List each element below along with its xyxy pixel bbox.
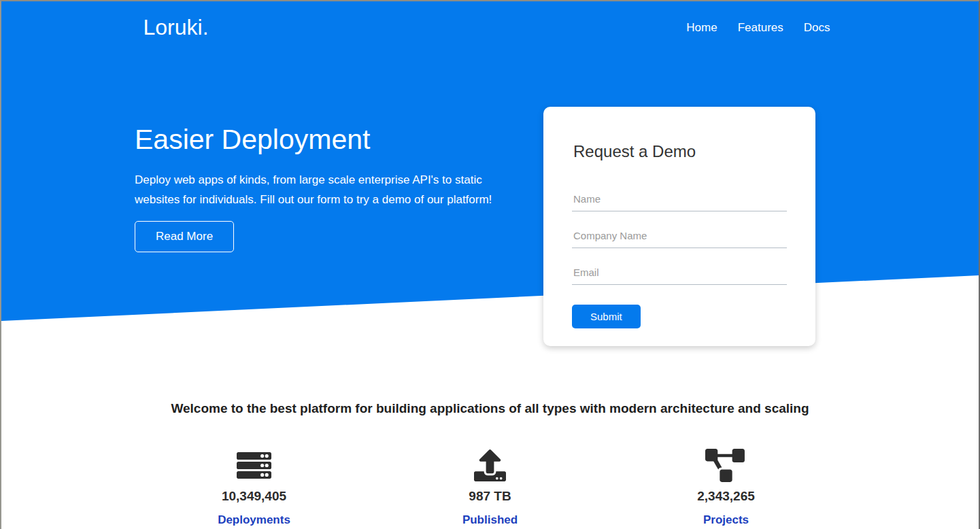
page: Loruki. Home Features Docs Easier Deploy… xyxy=(0,0,980,529)
stat-value: 10,349,405 xyxy=(136,489,372,504)
stat-value: 2,343,265 xyxy=(608,489,844,504)
nav-link-features[interactable]: Features xyxy=(731,16,790,40)
name-field-wrapper xyxy=(572,191,787,211)
hero-section: Easier Deployment Deploy web apps of kin… xyxy=(1,54,979,275)
navbar: Loruki. Home Features Docs xyxy=(1,1,979,54)
read-more-button[interactable]: Read More xyxy=(135,221,234,252)
nav-link-docs[interactable]: Docs xyxy=(797,16,837,40)
name-input[interactable] xyxy=(572,191,787,211)
project-diagram-icon xyxy=(608,448,844,482)
hero-text: Easier Deployment Deploy web apps of kin… xyxy=(135,124,526,252)
stat-label: Deployments xyxy=(136,513,372,527)
email-field-wrapper xyxy=(572,264,787,285)
nav-link-home[interactable]: Home xyxy=(679,16,724,40)
stat-published: 987 TB Published xyxy=(372,448,608,527)
stats-heading: Welcome to the best platform for buildin… xyxy=(1,401,979,416)
hero-description: Deploy web apps of kinds, from large sca… xyxy=(135,170,526,209)
hero-title: Easier Deployment xyxy=(135,124,526,155)
stats-section: Welcome to the best platform for buildin… xyxy=(1,321,979,527)
stat-value: 987 TB xyxy=(372,489,608,504)
demo-form-title: Request a Demo xyxy=(573,142,787,161)
stat-deployments: 10,349,405 Deployments xyxy=(136,448,372,527)
stats-grid: 10,349,405 Deployments 987 TB Published xyxy=(1,448,979,527)
email-input[interactable] xyxy=(572,264,787,285)
stat-label: Projects xyxy=(608,513,844,527)
stat-label: Published xyxy=(372,513,608,527)
demo-form-card: Request a Demo Submit xyxy=(543,107,815,346)
server-icon xyxy=(136,448,372,482)
logo: Loruki. xyxy=(143,15,209,40)
stat-projects: 2,343,265 Projects xyxy=(608,448,844,527)
navbar-container: Loruki. Home Features Docs xyxy=(116,15,864,40)
submit-button[interactable]: Submit xyxy=(572,305,641,328)
company-name-field-wrapper xyxy=(572,228,787,248)
company-name-input[interactable] xyxy=(572,228,787,248)
upload-icon xyxy=(372,448,608,482)
hero-slant-divider xyxy=(1,275,979,321)
nav-links: Home Features Docs xyxy=(673,16,837,40)
